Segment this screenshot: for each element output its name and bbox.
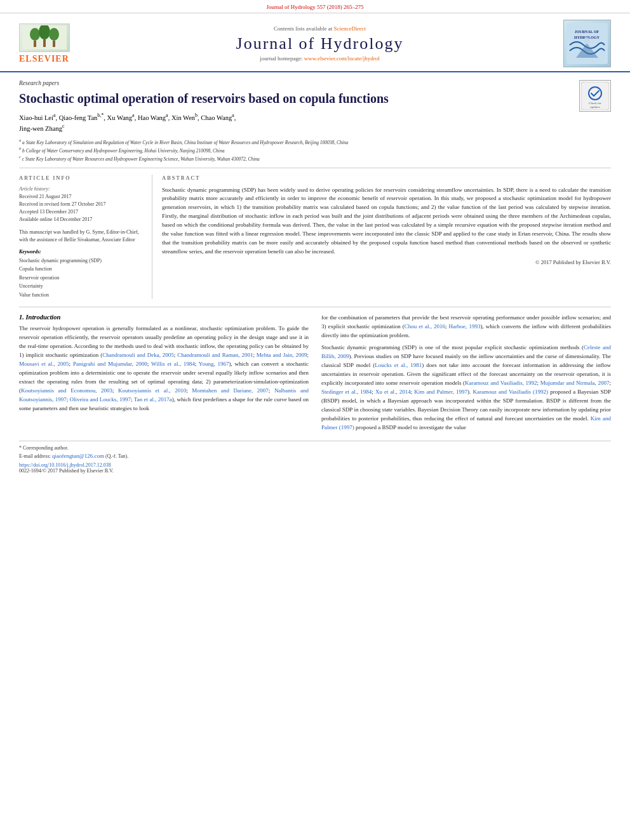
article-history-section: Article history: Received 21 August 2017… xyxy=(19,186,142,223)
issn-line: 0022-1694/© 2017 Published by Elsevier B… xyxy=(19,468,611,474)
svg-text:updates: updates xyxy=(590,105,600,109)
introduction-columns: 1. Introduction The reservoir hydropower… xyxy=(19,314,611,435)
ref-karamouz-vasiliadis-2[interactable]: Karamouz and Vasiliadis (1992) xyxy=(473,389,548,395)
history-received: Received 21 August 2017 xyxy=(19,193,142,201)
article-info-abstract: ARTICLE INFO Article history: Received 2… xyxy=(19,168,611,300)
intro-paragraph1-cont: for the combination of parameters that p… xyxy=(321,314,611,340)
introduction-section: 1. Introduction The reservoir hydropower… xyxy=(19,307,611,474)
svg-rect-5 xyxy=(43,39,46,47)
author-hao-wang: Hao Wang xyxy=(138,114,166,121)
keyword-value: Value function xyxy=(19,291,142,300)
intro-paragraph1: The reservoir hydropower operation is ge… xyxy=(19,324,309,413)
hydrology-logo: JOURNAL OF HYDROLOGY xyxy=(563,20,611,67)
journal-homepage-line: journal homepage: www.elsevier.com/locat… xyxy=(76,55,563,62)
history-accepted: Accepted 13 December 2017 xyxy=(19,208,142,216)
affiliations: a a State Key Laboratory of Simulation a… xyxy=(19,138,573,163)
ref-karamouz-vasiliadis[interactable]: Karamouz and Vasiliadis, 1992 xyxy=(465,380,537,386)
paper-title: Stochastic optimal operation of reservoi… xyxy=(19,90,573,107)
ref-mujumdar[interactable]: Mujumdar and Nirmala, 2007 xyxy=(540,380,610,386)
email-link[interactable]: qiaofengtan@126.com xyxy=(52,453,104,459)
ref-koutsoyiannis-economou[interactable]: Koutsoyiannis and Economou, 2003 xyxy=(21,387,112,394)
journal-center-block: Contents lists available at ScienceDirec… xyxy=(76,25,563,62)
main-content: Research papers Stochastic optimal opera… xyxy=(0,72,630,483)
keywords-label: Keywords: xyxy=(19,249,142,255)
corresponding-author-note: * Corresponding author. xyxy=(19,444,611,452)
history-label: Article history: xyxy=(19,186,142,192)
svg-rect-6 xyxy=(53,41,55,47)
affiliation-b: b b College of Water Conservancy and Hyd… xyxy=(19,146,573,154)
elsevier-brand-label: ELSEVIER xyxy=(19,54,69,64)
introduction-right-col: for the combination of parameters that p… xyxy=(321,314,611,435)
author-jing-wen-zhang: Jing-wen Zhang xyxy=(19,125,62,132)
footnote-section: * Corresponding author. E-mail address: … xyxy=(19,441,611,474)
article-info-column: ARTICLE INFO Article history: Received 2… xyxy=(19,175,152,300)
authors-line: Xiao-hui Leia, Qiao-feng Tanb,*, Xu Wang… xyxy=(19,112,573,134)
ref-oliveira[interactable]: Oliveira and Loucks, 1997 xyxy=(70,396,131,403)
introduction-left-col: 1. Introduction The reservoir hydropower… xyxy=(19,314,309,435)
affiliation-c: c c State Key Laboratory of Water Resour… xyxy=(19,154,573,163)
elsevier-logo-block: ELSEVIER xyxy=(19,23,76,64)
author-chao-wang: Chao Wang xyxy=(201,114,232,121)
keyword-reservoir: Reservoir operation xyxy=(19,274,142,283)
author-xiao-hui-lei: Xiao-hui Lei xyxy=(19,114,53,121)
ref-koutsoyiannis-2010[interactable]: Koutsoyiannis et al., 2010 xyxy=(118,387,186,394)
check-for-updates-badge: Check for updates xyxy=(579,80,611,112)
journal-citation: Journal of Hydrology 557 (2018) 265–275 xyxy=(266,4,363,10)
author-xin-wen: Xin Wen xyxy=(171,114,195,121)
ref-mehta-jain[interactable]: Mehta and Jain, 2009 xyxy=(257,352,307,358)
homepage-text: journal homepage: xyxy=(260,55,304,62)
svg-text:JOURNAL OF: JOURNAL OF xyxy=(575,30,600,34)
ref-chandramouli-raman[interactable]: Chandramouli and Raman, 2001 xyxy=(177,352,253,358)
keyword-sdp: Stochastic dynamic programming (SDP) xyxy=(19,257,142,265)
handling-note: This manuscript was handled by G. Syme, … xyxy=(19,229,142,244)
svg-point-11 xyxy=(584,37,590,44)
contents-line: Contents lists available at ScienceDirec… xyxy=(76,25,563,32)
keywords-section: Keywords: Stochastic dynamic programming… xyxy=(19,249,142,300)
ref-stedinger[interactable]: Stedinger et al., 1984 xyxy=(321,389,372,395)
ref-momtahen[interactable]: Momtahen and Dariane, 2007 xyxy=(192,387,268,394)
ref-young[interactable]: Young, 1967 xyxy=(199,361,229,367)
intro-paragraph2: Stochastic dynamic programming (SDP) is … xyxy=(321,343,611,432)
keyword-uncertainty: Uncertainty xyxy=(19,282,142,291)
section-tag: Research papers xyxy=(19,80,573,86)
ref-tan-2017a[interactable]: Tan et al., 2017a xyxy=(134,396,172,403)
homepage-url[interactable]: www.elsevier.com/locate/jhydrol xyxy=(304,55,380,62)
abstract-heading: ABSTRACT xyxy=(162,175,611,181)
sciencedirect-link[interactable]: ScienceDirect xyxy=(334,25,366,32)
svg-point-3 xyxy=(49,28,59,41)
elsevier-logo-image xyxy=(19,23,70,52)
ref-xu[interactable]: Xu et al., 2014 xyxy=(375,389,411,395)
author-xu-wang: Xu Wang xyxy=(107,114,133,121)
svg-text:Check for: Check for xyxy=(589,102,601,105)
affiliation-a: a a State Key Laboratory of Simulation a… xyxy=(19,138,573,146)
svg-rect-4 xyxy=(34,41,36,47)
page: Journal of Hydrology 557 (2018) 265–275 … xyxy=(0,0,630,483)
introduction-heading: 1. Introduction xyxy=(19,314,309,321)
email-note: E-mail address: qiaofengtan@126.com (Q.-… xyxy=(19,452,611,461)
journal-header: ELSEVIER Contents lists available at Sci… xyxy=(0,13,630,72)
keyword-copula: Copula function xyxy=(19,265,142,274)
ref-harboe[interactable]: Harboe, 1993 xyxy=(449,323,481,330)
history-online: Available online 14 December 2017 xyxy=(19,216,142,223)
doi-line[interactable]: https://doi.org/10.1016/j.jhydrol.2017.1… xyxy=(19,462,611,468)
ref-willis[interactable]: Willis et al., 1984 xyxy=(151,361,195,367)
ref-kim-palmer[interactable]: Kim and Palmer, 1997 xyxy=(414,389,467,395)
copyright-line: © 2017 Published by Elsevier B.V. xyxy=(162,259,611,265)
journal-citation-bar: Journal of Hydrology 557 (2018) 265–275 xyxy=(0,0,630,13)
journal-title: Journal of Hydrology xyxy=(76,34,563,53)
ref-panigrahi[interactable]: Panigrahi and Mujumdar, 2000 xyxy=(73,361,147,367)
author-qiao-feng-tan: Qiao-feng Tan xyxy=(59,114,98,121)
article-info-heading: ARTICLE INFO xyxy=(19,175,142,181)
abstract-column: ABSTRACT Stochastic dynamic programming … xyxy=(162,175,611,300)
ref-mousavi[interactable]: Mousavi et al., 2005 xyxy=(19,361,69,367)
history-revised: Received in revised form 27 October 2017 xyxy=(19,201,142,208)
contents-text: Contents lists available at xyxy=(274,25,333,32)
ref-chou[interactable]: Chou et al., 2016 xyxy=(405,323,445,330)
ref-kim-palmer-2[interactable]: Kim and Palmer (1997) xyxy=(321,415,611,430)
ref-chandramouli-deka[interactable]: Chandramouli and Deka, 2005 xyxy=(102,352,174,358)
handling-note-section: This manuscript was handled by G. Syme, … xyxy=(19,229,142,244)
svg-point-1 xyxy=(30,28,40,41)
abstract-text: Stochastic dynamic programming (SDP) has… xyxy=(162,186,611,257)
ref-loucks[interactable]: Loucks et al., 1981 xyxy=(375,362,422,368)
ref-celeste-billib[interactable]: Celeste and Billib, 2009 xyxy=(321,344,611,359)
